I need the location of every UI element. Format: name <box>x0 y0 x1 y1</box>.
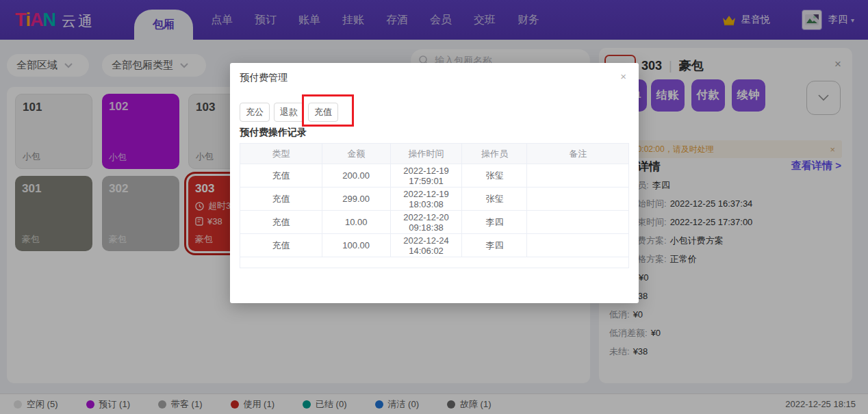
cell-op-time: 2022-12-19 17:59:01 <box>390 164 462 187</box>
table-row: 充值 100.00 2022-12-24 14:06:02 李四 <box>240 234 629 257</box>
modal-title: 预付费管理 <box>240 72 288 84</box>
cell-op-time: 2022-12-20 09:18:38 <box>390 211 462 234</box>
col-amount: 金额 <box>322 144 390 164</box>
cell-op-time: 2022-12-19 18:03:08 <box>390 187 462 211</box>
cell-type: 充值 <box>240 234 322 257</box>
empty-cell <box>240 257 629 268</box>
confiscate-button[interactable]: 充公 <box>240 103 270 122</box>
cell-operator: 张玺 <box>462 187 527 211</box>
operations-record-title: 预付费操作记录 <box>240 127 307 139</box>
col-operator: 操作员 <box>462 144 527 164</box>
cell-operator: 李四 <box>462 211 527 234</box>
cell-operator: 李四 <box>462 234 527 257</box>
table-row: 充值 299.00 2022-12-19 18:03:08 张玺 <box>240 187 629 211</box>
col-op-time: 操作时间 <box>390 144 462 164</box>
cell-type: 充值 <box>240 187 322 211</box>
cell-remark <box>527 164 629 187</box>
cell-remark <box>527 187 629 211</box>
cell-amount: 299.00 <box>322 187 390 211</box>
cell-remark <box>527 234 629 257</box>
table-header-row: 类型 金额 操作时间 操作员 备注 <box>240 144 629 164</box>
col-remark: 备注 <box>527 144 629 164</box>
cell-type: 充值 <box>240 164 322 187</box>
recharge-button[interactable]: 充值 <box>308 103 338 122</box>
prepaid-fee-modal: 预付费管理 × 充公 退款 充值 预付费操作记录 类型 金额 操作时间 操作员 … <box>230 63 639 303</box>
cell-amount: 200.00 <box>322 164 390 187</box>
app-window: TiAN 云通 包厢 点单 预订 账单 挂账 存酒 会员 交班 财务 星音悦 李… <box>0 0 868 414</box>
cell-type: 充值 <box>240 211 322 234</box>
cell-amount: 100.00 <box>322 234 390 257</box>
refund-button[interactable]: 退款 <box>274 103 304 122</box>
cell-amount: 10.00 <box>322 211 390 234</box>
prepaid-operations-table: 类型 金额 操作时间 操作员 备注 充值 200.00 2022-12-19 1… <box>240 143 629 268</box>
modal-close-icon[interactable]: × <box>620 70 626 82</box>
col-type: 类型 <box>240 144 322 164</box>
table-empty-footer-row <box>240 257 629 268</box>
table-row: 充值 200.00 2022-12-19 17:59:01 张玺 <box>240 164 629 187</box>
cell-remark <box>527 211 629 234</box>
cell-operator: 张玺 <box>462 164 527 187</box>
cell-op-time: 2022-12-24 14:06:02 <box>390 234 462 257</box>
table-row: 充值 10.00 2022-12-20 09:18:38 李四 <box>240 211 629 234</box>
